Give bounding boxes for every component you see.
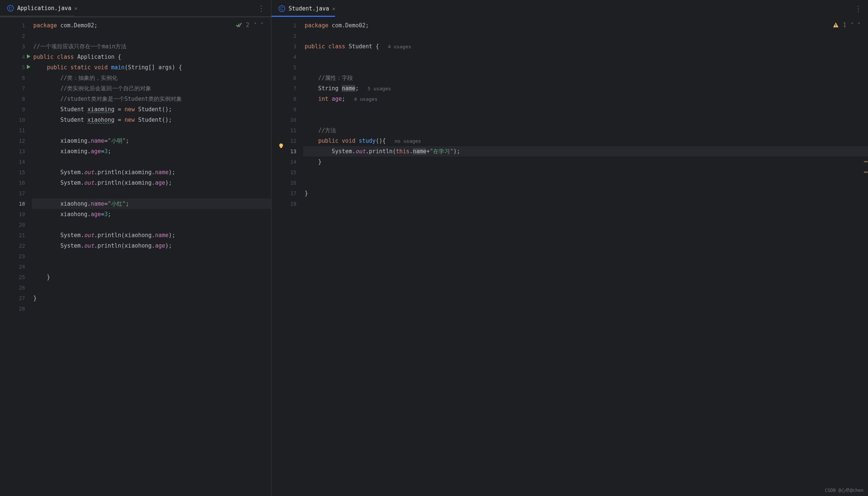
code-line[interactable]: //属性：字段	[303, 73, 868, 83]
tab-underline	[271, 16, 335, 17]
code-line[interactable]	[32, 188, 271, 199]
intention-bulb-icon[interactable]	[278, 142, 284, 153]
code-line[interactable]	[32, 282, 271, 293]
svg-point-6	[279, 143, 283, 147]
code-line[interactable]: xiaoming.age=3;	[32, 146, 271, 157]
svg-rect-7	[280, 147, 282, 148]
code-line[interactable]: //类：抽象的，实例化	[32, 73, 271, 83]
tab-filename: Application.java	[17, 5, 71, 12]
code-line[interactable]: //student类对象是一个Student类的实例对象	[32, 94, 271, 104]
line-number: 12	[271, 136, 303, 146]
code-line[interactable]: }	[303, 188, 868, 199]
tab-more-icon[interactable]: ⋮	[852, 4, 866, 13]
code-line[interactable]: xiaoming.name="小明";	[32, 136, 271, 146]
gutter-right: 123456789101112131415161718	[271, 17, 303, 496]
line-number: 6	[0, 73, 32, 83]
line-number: 3	[271, 41, 303, 52]
line-number: 10	[0, 115, 32, 125]
tab-filename: Student.java	[289, 5, 329, 12]
line-number: 23	[0, 251, 32, 261]
line-number: 11	[0, 125, 32, 136]
code-line[interactable]: xiaohong.name="小红";	[32, 199, 271, 209]
code-line[interactable]	[303, 62, 868, 73]
code-line[interactable]: System.out.println(xiaoming.name);	[32, 167, 271, 178]
editor-right[interactable]: 123456789101112131415161718 1 ˄ ˅ packag…	[271, 17, 868, 496]
code-line[interactable]: Student xiaohong = new Student();	[32, 115, 271, 125]
run-gutter-icon[interactable]	[26, 52, 31, 62]
line-number: 28	[0, 303, 32, 314]
error-stripe-marker[interactable]	[864, 172, 868, 173]
code-line[interactable]	[32, 261, 271, 272]
tab-bar-left: C Application.java ✕ ⋮	[0, 0, 271, 17]
code-line[interactable]	[303, 199, 868, 209]
code-line[interactable]	[32, 157, 271, 167]
code-line[interactable]: public void study(){ no usages	[303, 136, 868, 146]
code-line[interactable]: }	[32, 293, 271, 303]
code-line[interactable]: package com.Demo02;	[32, 20, 271, 31]
line-number: 17	[271, 188, 303, 199]
tab-more-icon[interactable]: ⋮	[255, 4, 269, 13]
code-line[interactable]	[32, 303, 271, 314]
tab-student-java[interactable]: C Student.java ✕	[274, 0, 340, 17]
line-number: 4	[0, 52, 32, 62]
code-line[interactable]: //类实例化后会返回一个自己的对象	[32, 83, 271, 94]
code-line[interactable]	[32, 251, 271, 261]
line-number: 27	[0, 293, 32, 303]
code-line[interactable]	[303, 52, 868, 62]
watermark: CSDN @心昂@chen	[825, 487, 864, 494]
code-line[interactable]: xiaohong.age=3;	[32, 209, 271, 220]
usage-hint[interactable]: 4 usages	[379, 44, 411, 49]
line-number: 18	[0, 199, 32, 209]
code-line[interactable]	[32, 31, 271, 41]
code-line[interactable]: //一个项目应该只存在一个main方法	[32, 41, 271, 52]
code-line[interactable]	[303, 178, 868, 188]
line-number: 2	[0, 31, 32, 41]
code-line[interactable]: public class Application {	[32, 52, 271, 62]
code-line[interactable]: public class Student { 4 usages	[303, 41, 868, 52]
line-number: 16	[271, 178, 303, 188]
code-line[interactable]	[303, 167, 868, 178]
code-area-left[interactable]: 2 ˄ ˅ package com.Demo02;//一个项目应该只存在一个ma…	[32, 17, 271, 496]
code-line[interactable]: String name; 5 usages	[303, 83, 868, 94]
code-line[interactable]	[32, 125, 271, 136]
code-line[interactable]: int age; 4 usages	[303, 94, 868, 104]
error-stripe-marker[interactable]	[864, 161, 868, 162]
line-number: 3	[0, 41, 32, 52]
code-line[interactable]: public static void main(String[] args) {	[32, 62, 271, 73]
code-area-right[interactable]: 1 ˄ ˅ package com.Demo02;public class St…	[303, 17, 868, 496]
line-number: 18	[271, 199, 303, 209]
code-line[interactable]: Student xiaoming = new Student();	[32, 104, 271, 115]
close-icon[interactable]: ✕	[332, 6, 335, 12]
code-line[interactable]: package com.Demo02;	[303, 20, 868, 31]
code-line[interactable]: }	[303, 157, 868, 167]
usage-hint[interactable]: 4 usages	[345, 96, 377, 102]
editor-pane-right: C Student.java ✕ ⋮ 123456789101112131415…	[271, 0, 868, 496]
line-number: 1	[0, 20, 32, 31]
code-line[interactable]: }	[32, 272, 271, 282]
code-line[interactable]	[303, 115, 868, 125]
code-line[interactable]: System.out.println(xiaoming.age);	[32, 178, 271, 188]
run-gutter-icon[interactable]	[26, 62, 31, 73]
code-line[interactable]	[303, 31, 868, 41]
code-line[interactable]: System.out.println(xiaohong.age);	[32, 241, 271, 251]
close-icon[interactable]: ✕	[74, 5, 77, 11]
code-line[interactable]	[32, 220, 271, 230]
code-line[interactable]: System.out.println(this.name+"在学习");	[303, 146, 868, 157]
line-number: 9	[0, 104, 32, 115]
usage-hint[interactable]: 5 usages	[359, 86, 391, 91]
line-number: 26	[0, 282, 32, 293]
line-number: 11	[271, 125, 303, 136]
code-line[interactable]: //方法	[303, 125, 868, 136]
editor-left[interactable]: 1234567891011121314151617181920212223242…	[0, 17, 271, 496]
tab-application-java[interactable]: C Application.java ✕	[2, 0, 82, 17]
line-number: 13	[271, 146, 303, 157]
usage-hint[interactable]: no usages	[386, 138, 421, 144]
line-number: 21	[0, 230, 32, 241]
code-line[interactable]	[303, 104, 868, 115]
line-number: 6	[271, 73, 303, 83]
line-number: 5	[271, 62, 303, 73]
line-number: 8	[271, 94, 303, 104]
line-number: 16	[0, 178, 32, 188]
code-line[interactable]: System.out.println(xiaohong.name);	[32, 230, 271, 241]
svg-text:C: C	[9, 6, 12, 10]
